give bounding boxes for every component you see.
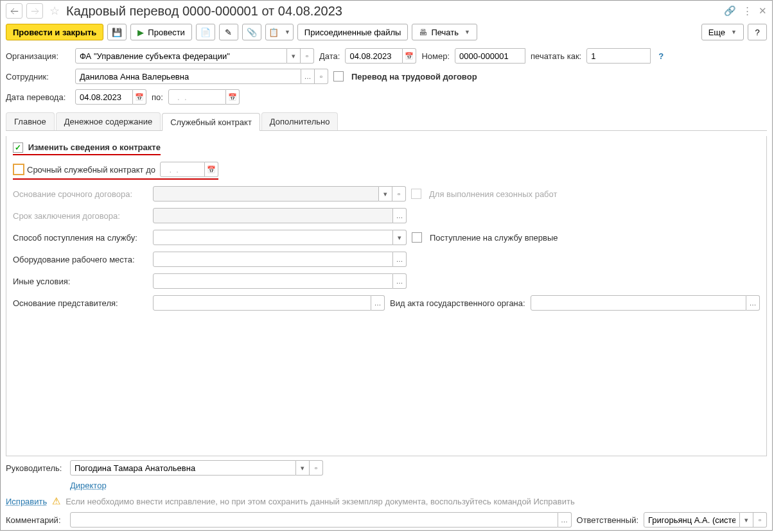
to-field[interactable]: 📅 (168, 89, 240, 105)
tab-extra[interactable]: Дополнительно (261, 112, 339, 130)
date-label: Дата: (319, 51, 340, 61)
help-link[interactable]: ? (658, 51, 664, 61)
repbasis-field[interactable]: … (153, 295, 385, 311)
transferdate-input[interactable] (75, 89, 133, 105)
printas-field[interactable] (586, 48, 651, 64)
date-field[interactable]: 📅 (345, 48, 416, 64)
responsible-field[interactable]: ▾ ▫ (644, 512, 767, 528)
ellipsis-icon[interactable]: … (746, 295, 760, 311)
entry-label: Способ поступления на службу: (13, 233, 148, 243)
save-button[interactable]: 💾 (107, 24, 127, 40)
create-based-button[interactable]: 📋▼ (265, 24, 294, 40)
post-and-close-button[interactable]: Провести и закрыть (6, 24, 103, 40)
help-button[interactable]: ? (748, 24, 767, 40)
firsttime-label: Поступление на службу впервые (430, 233, 558, 243)
printas-label: печатать как: (531, 51, 581, 61)
calendar-icon[interactable]: 📅 (403, 48, 416, 64)
entry-input[interactable] (153, 230, 393, 245)
printas-input[interactable] (586, 48, 651, 64)
forward-button[interactable]: 🡢 (26, 3, 43, 19)
comment-field[interactable]: … (70, 512, 572, 528)
paperclip-icon: 📎 (247, 28, 257, 37)
ellipsis-icon[interactable]: … (371, 295, 385, 311)
ellipsis-icon[interactable]: … (393, 273, 407, 289)
date-input[interactable] (345, 48, 403, 64)
other-field[interactable]: … (153, 273, 407, 289)
transferdate-label: Дата перевода: (6, 92, 70, 102)
attach-button[interactable]: 📎 (242, 24, 261, 40)
equip-input[interactable] (153, 252, 393, 267)
to-label: по: (152, 92, 163, 102)
basis-field: ▾ ▫ (153, 186, 406, 202)
dropdown-icon[interactable]: ▾ (287, 48, 301, 64)
calendar-icon[interactable]: 📅 (226, 89, 240, 105)
comment-input[interactable] (70, 512, 558, 528)
transfer-contract-checkbox[interactable] (333, 71, 344, 82)
titlebar: 🡠 🡢 ☆ Кадровый перевод 0000-000001 от 04… (1, 1, 772, 21)
other-input[interactable] (153, 273, 393, 289)
supervisor-input[interactable] (70, 460, 296, 476)
edit-contract-checkbox[interactable] (13, 142, 23, 153)
term-field: … (153, 208, 407, 223)
acttype-field[interactable]: … (531, 295, 760, 311)
dropdown-icon[interactable]: ▾ (296, 460, 310, 476)
post-icon: ▶ (137, 28, 144, 37)
dropdown-icon: ▾ (379, 186, 392, 202)
position-link[interactable]: Директор (70, 481, 107, 490)
equip-field[interactable]: … (153, 252, 407, 267)
transfer-contract-label: Перевод на трудовой договор (351, 72, 477, 82)
repbasis-label: Основание представителя: (13, 298, 148, 308)
close-icon[interactable]: ✕ (759, 5, 767, 17)
attachments-button[interactable]: Присоединенные файлы (297, 24, 409, 40)
open-icon[interactable]: ▫ (315, 69, 328, 84)
based-icon: 📋 (268, 28, 279, 37)
tab-contract[interactable]: Служебный контракт (162, 113, 260, 131)
urgent-group: Срочный служебный контракт до 📅 (13, 162, 218, 180)
firsttime-checkbox[interactable] (412, 232, 422, 243)
open-icon[interactable]: ▫ (753, 512, 767, 528)
dropdown-icon[interactable]: ▾ (740, 512, 753, 528)
back-button[interactable]: 🡠 (6, 3, 22, 19)
entry-field[interactable]: ▾ (153, 230, 407, 245)
print-button[interactable]: 🖶Печать▼ (412, 24, 477, 40)
ellipsis-icon[interactable]: … (393, 252, 407, 267)
fix-note: Если необходимо внести исправление, но п… (66, 497, 574, 506)
transferdate-field[interactable]: 📅 (75, 89, 146, 105)
ellipsis-icon[interactable]: … (301, 69, 315, 84)
open-icon[interactable]: ▫ (310, 460, 323, 476)
link-icon[interactable]: 🔗 (724, 5, 736, 17)
employee-field[interactable]: … ▫ (75, 69, 328, 84)
basis-label: Основание срочного договора: (13, 189, 148, 199)
edit-button[interactable]: ✎ (219, 24, 238, 40)
open-icon[interactable]: ▫ (301, 48, 314, 64)
seasonal-label: Для выполнения сезонных работ (429, 189, 557, 199)
urgent-date-input[interactable] (160, 162, 205, 177)
number-field[interactable] (455, 48, 525, 64)
favorite-icon[interactable]: ☆ (49, 4, 60, 18)
kebab-icon[interactable]: ⋮ (743, 5, 752, 17)
calendar-icon[interactable]: 📅 (205, 162, 218, 177)
fix-link[interactable]: Исправить (6, 497, 47, 506)
post-button[interactable]: ▶Провести (130, 24, 192, 40)
supervisor-field[interactable]: ▾ ▫ (70, 460, 323, 476)
employee-input[interactable] (75, 69, 301, 84)
tab-salary[interactable]: Денежное содержание (56, 112, 161, 130)
warning-icon: ⚠ (52, 495, 60, 507)
org-field[interactable]: ▾ ▫ (75, 48, 314, 64)
urgent-checkbox[interactable] (13, 164, 24, 175)
calendar-icon[interactable]: 📅 (133, 89, 146, 105)
urgent-date-field[interactable]: 📅 (160, 162, 218, 177)
acttype-input[interactable] (531, 295, 746, 311)
equip-label: Оборудование рабочего места: (13, 255, 148, 264)
to-input[interactable] (168, 89, 226, 105)
ellipsis-icon[interactable]: … (558, 512, 572, 528)
comment-label: Комментарий: (6, 515, 65, 525)
responsible-input[interactable] (644, 512, 740, 528)
doc-button[interactable]: 📄 (196, 24, 215, 40)
org-input[interactable] (75, 48, 287, 64)
more-button[interactable]: Еще▼ (701, 24, 744, 40)
dropdown-icon[interactable]: ▾ (393, 230, 407, 245)
repbasis-input[interactable] (153, 295, 371, 311)
number-input[interactable] (455, 48, 525, 64)
tab-main[interactable]: Главное (6, 112, 55, 130)
